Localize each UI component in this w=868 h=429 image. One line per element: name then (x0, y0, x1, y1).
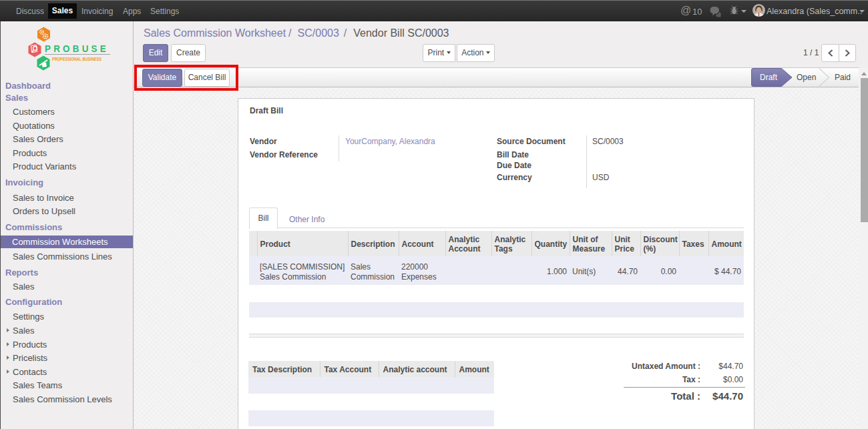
svg-text:PROFESSIONAL BUSINESS: PROFESSIONAL BUSINESS (52, 56, 101, 62)
svg-text:PROBUSE: PROBUSE (45, 43, 109, 54)
svg-text:Paid: Paid (835, 73, 851, 82)
svg-text:Draft: Draft (760, 73, 778, 82)
svg-text:Open: Open (797, 73, 816, 82)
